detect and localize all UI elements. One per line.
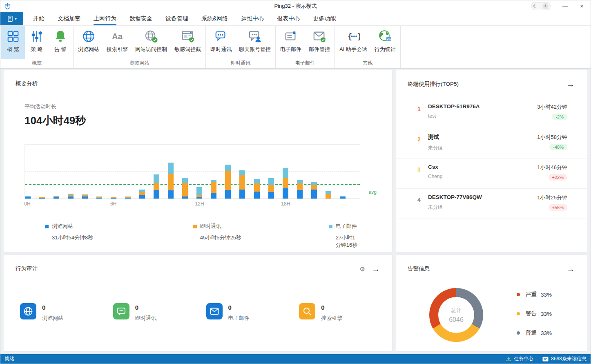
ribbon-item[interactable]: 概 览: [1, 26, 25, 59]
ribbon-item-label: 电子邮件: [280, 46, 301, 53]
menu-tab[interactable]: 文档加密: [51, 12, 87, 25]
chart-bar: [125, 145, 131, 199]
alert-legend-row: 警告33%: [517, 310, 552, 317]
unread-messages-label: 8698条未读信息: [551, 355, 587, 362]
menu-tab[interactable]: 开始: [27, 12, 51, 25]
sliders-icon: [29, 29, 44, 44]
chat-icon: [214, 29, 228, 44]
alert-level-percent: 33%: [541, 292, 552, 298]
ribbon-item[interactable]: 电子邮件: [277, 26, 305, 59]
main-content: 概要分析 平均活动时长 104小时49秒 avg 0H6H12H18H 浏览网站…: [0, 69, 591, 354]
ribbon-item[interactable]: 行为统计: [371, 26, 399, 59]
terminal-info: 测试未分组: [428, 134, 537, 152]
menu-tab[interactable]: 报表中心: [270, 12, 306, 25]
audit-stat-text: 0电子邮件: [228, 303, 250, 322]
audit-stat[interactable]: 0即时通讯: [113, 303, 206, 322]
chart-bar: [354, 145, 360, 199]
ribbon-item-label: 告 警: [54, 46, 67, 53]
ribbon-item[interactable]: 浏览网站: [74, 26, 103, 59]
message-icon: [542, 357, 549, 362]
status-ready: 就绪: [4, 355, 14, 362]
x-tick-label: 18H: [281, 201, 290, 207]
window-shield-icon: [181, 29, 195, 44]
svg-text:Aa: Aa: [112, 32, 123, 41]
ribbon-group-caption: 浏览网站: [74, 59, 205, 68]
alert-legend-row: 严重33%: [517, 291, 552, 298]
legend-color-swatch: [193, 225, 197, 228]
alert-legend-row: 普通33%: [517, 330, 552, 336]
terminal-name: DESKTOP-77V86QW: [428, 194, 537, 200]
top5-row[interactable]: 1DESKTOP-51R976Atest3小时42分钟-2%: [396, 98, 587, 128]
audit-stat-value: 0: [321, 304, 342, 311]
menu-tab[interactable]: 更多功能: [306, 12, 342, 25]
arrow-right-icon[interactable]: →: [566, 80, 575, 88]
ribbon-item[interactable]: 策 略: [25, 26, 49, 59]
menu-tab[interactable]: 设备管理: [159, 12, 195, 25]
terminal-name: Csx: [428, 164, 537, 170]
menu-tab[interactable]: 上网行为: [87, 12, 123, 25]
menu-tab[interactable]: 运维中心: [234, 12, 270, 25]
titlebar: Ping32 - 演示模式 ☾ ☀ — ×: [0, 0, 591, 12]
top5-row[interactable]: 3CsxCheng1小时46分钟+22%: [396, 159, 587, 189]
donut-total-value: 6046: [449, 316, 464, 324]
audit-stat-value: 0: [135, 304, 156, 311]
ribbon-item[interactable]: Aa搜索引擎: [103, 26, 132, 59]
chevron-down-icon: ▾: [15, 17, 17, 21]
audit-stat[interactable]: 0浏览网站: [20, 303, 113, 322]
menu-tab[interactable]: 数据安全: [123, 12, 159, 25]
legend-series-name: 电子邮件: [336, 223, 357, 230]
close-button[interactable]: ×: [573, 1, 590, 11]
avg-line-label: avg: [369, 189, 377, 195]
menu-tab[interactable]: 系统&网络: [195, 12, 234, 25]
arrow-right-icon[interactable]: →: [566, 265, 575, 273]
task-center-button[interactable]: 任务中心: [506, 355, 533, 362]
chart-bar: [111, 145, 116, 199]
arrow-right-icon[interactable]: →: [372, 265, 380, 273]
chart-bar: [182, 145, 188, 199]
audit-stat[interactable]: 0电子邮件: [206, 303, 299, 322]
ribbon-item[interactable]: 邮件管控: [305, 26, 334, 59]
chart-bar: [297, 145, 303, 199]
ribbon-item[interactable]: {}AI 助手会话: [336, 26, 371, 59]
ribbon-item[interactable]: 敏感词拦截: [171, 26, 205, 59]
ribbon-group: 即时通讯聊天账号管控即时通讯: [206, 26, 276, 68]
terminal-usage: 3小时42分钟-2%: [537, 103, 567, 120]
ribbon-item[interactable]: 聊天账号管控: [235, 26, 274, 59]
moon-icon[interactable]: ☾: [533, 4, 537, 9]
legend-color-swatch: [329, 225, 332, 228]
legend-dot: [517, 293, 520, 296]
chart-bar: [25, 145, 31, 199]
chart-bar: [211, 145, 216, 199]
sun-icon[interactable]: ☀: [542, 3, 549, 9]
task-center-label: 任务中心: [514, 355, 533, 362]
minimize-button[interactable]: —: [557, 1, 573, 11]
audit-stat-text: 0搜索引擎: [321, 303, 342, 322]
app-menu-button[interactable]: ▾: [0, 12, 23, 25]
ribbon-item-label: 邮件管控: [309, 46, 330, 53]
ribbon-item-label: 聊天账号管控: [239, 46, 271, 53]
theme-toggle[interactable]: ☾ ☀: [531, 2, 551, 10]
audit-stat[interactable]: 0搜索引擎: [299, 303, 392, 322]
ribbon-item[interactable]: 网站访问控制: [132, 26, 171, 59]
terminal-info: DESKTOP-77V86QW未分组: [428, 194, 537, 211]
unread-messages-button[interactable]: 8698条未读信息: [542, 355, 587, 362]
terminal-usage: 1小时58分钟-48%: [537, 134, 567, 150]
ribbon-group-caption: 其他: [336, 59, 399, 68]
legend-dot: [517, 312, 520, 315]
svg-text:}: }: [357, 32, 360, 41]
mail-shield-icon: [312, 29, 327, 44]
chart-bar: [225, 145, 231, 199]
ribbon-group-items: 即时通讯聊天账号管控: [207, 26, 274, 59]
terminal-info: DESKTOP-51R976Atest: [428, 103, 537, 119]
ribbon-item[interactable]: 告 警: [49, 26, 72, 59]
globe-icon: [20, 303, 36, 319]
top5-row[interactable]: 2测试未分组1小时58分钟-48%: [396, 128, 587, 159]
chart-bar: [82, 145, 88, 199]
top5-row[interactable]: 4DESKTOP-77V86QW未分组1小时25分钟+55%: [396, 189, 587, 219]
alert-level-label: 警告: [526, 310, 537, 317]
ribbon-item[interactable]: 即时通讯: [207, 26, 235, 59]
gear-icon[interactable]: ⚙: [360, 266, 365, 272]
chart-bar: [268, 145, 274, 199]
chart-legend-item: 即时通讯45小时5分钟25秒: [193, 223, 241, 241]
chart-bar: [139, 145, 145, 199]
